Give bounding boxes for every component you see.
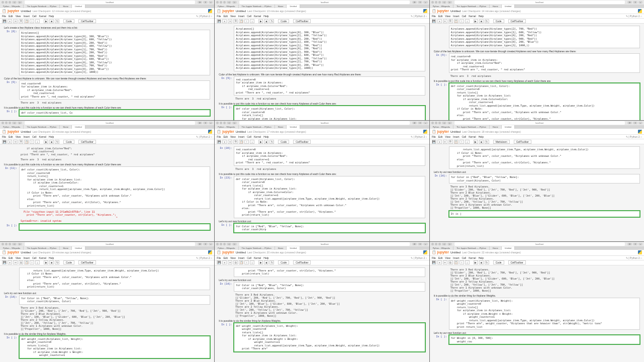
celltype-select[interactable]: Code: [63, 19, 74, 23]
jupyter-logo: 📋 jupyter: [2, 9, 19, 13]
code-cell[interactable]: red_counter=0 for airplane_item in Airpl…: [19, 80, 210, 100]
run-button[interactable]: ▶: [44, 19, 48, 23]
pane-9: ◁▷localhost⟳⇪+ Python – WikipediaThe Jup…: [430, 242, 644, 362]
move-down-button[interactable]: ↓: [35, 19, 40, 23]
pane-7: ◁▷localhost⟳⇪+ Python – WikipediaThe Jup…: [0, 242, 214, 362]
pane-6: ◁▷localhost⟳⇪+ Python – WikipediaThe Jup…: [430, 121, 644, 241]
add-cell-button[interactable]: +: [8, 19, 12, 23]
jupyter-header: 📋 jupyter Untitled Last Checkpoint: 12 m…: [0, 8, 214, 14]
pane-5: ◁▷localhost⟳⇪+ Python – WikipediaThe Jup…: [215, 121, 429, 241]
menu-kernel[interactable]: Kernel: [39, 15, 46, 18]
restart-button[interactable]: ↻: [55, 19, 59, 23]
in-prompt: In [8]:: [4, 30, 19, 75]
checkpoint-text: Last Checkpoint: 12 minutes ago (unsaved…: [33, 10, 91, 13]
tab-nb[interactable]: Untitled: [72, 5, 85, 8]
browser-tabs: Python – Wikipedia The Jupyter Notebook …: [0, 5, 214, 8]
markdown-cell: It is possible to put this code into a f…: [4, 106, 210, 110]
tab-wiki[interactable]: Python – Wikipedia: [0, 5, 24, 8]
menu-cell[interactable]: Cell: [32, 15, 37, 18]
paste-button[interactable]: 📋: [24, 19, 29, 23]
pane-1: ◁▷ localhost ⟳⇪+ Python – Wikipedia The …: [0, 0, 214, 120]
toolbar: 💾 + ✂ ⧉ 📋 ↑ ↓ ▶ ■ ↻ Code CellToolbar: [0, 19, 214, 24]
save-button[interactable]: 💾: [2, 19, 7, 23]
tab-docs[interactable]: The Jupyter Notebook — IPython: [24, 5, 60, 8]
menu-file[interactable]: File: [2, 15, 6, 18]
code-cell-active[interactable]: def color_count(Airplanes_list, Co: [19, 110, 210, 116]
pane-8: ◁▷localhost⟳⇪+ Python – WikipediaThe Jup…: [215, 242, 429, 362]
code-cell[interactable]: Airplanes=[] Airplanes.append(Airplane(A…: [19, 30, 210, 75]
output-text: There are 3 red airplanes: [19, 101, 63, 105]
markdown-cell: Color of the last Airplane is unknown. W…: [4, 76, 210, 80]
notebook-title[interactable]: Untitled: [21, 10, 31, 13]
move-up-button[interactable]: ↑: [30, 19, 34, 23]
kernel-indicator: ✎ | Python 2 ○: [196, 15, 212, 18]
stop-button[interactable]: ■: [49, 19, 54, 23]
markdown-cell: Let's create a few Airplane class instan…: [4, 26, 210, 30]
python-logo-icon: [208, 9, 212, 13]
address-bar[interactable]: localhost: [25, 1, 195, 4]
menubar: File Edit View Insert Cell Kernel Help ✎…: [0, 14, 214, 19]
notebook-area[interactable]: Let's create a few Airplane class instan…: [0, 24, 214, 120]
nav-fwd[interactable]: ▷: [18, 1, 22, 4]
error-output: File "<ipython-input-11-2f1a0b2c8756>", …: [19, 210, 119, 223]
menu-view[interactable]: View: [16, 15, 21, 18]
menu-insert[interactable]: Insert: [23, 15, 30, 18]
pane-3: ◁▷localhost⟳⇪+ Python – WikipediaThe Jup…: [430, 0, 644, 120]
os-chrome: ◁▷ localhost ⟳⇪+: [0, 0, 214, 5]
tab-home[interactable]: Home: [60, 5, 72, 8]
menu-help[interactable]: Help: [49, 15, 54, 18]
menu-edit[interactable]: Edit: [9, 15, 13, 18]
pane-2: ◁▷localhost⟳⇪+ Python – WikipediaThe Jup…: [215, 0, 429, 120]
copy-button[interactable]: ⧉: [19, 19, 23, 23]
nav-back[interactable]: ◁: [12, 1, 17, 4]
cut-button[interactable]: ✂: [13, 19, 18, 23]
pane-4: ◁▷localhost⟳⇪+ Python – WikipediaThe Jup…: [0, 121, 214, 241]
celltoolbar-select[interactable]: CellToolbar: [78, 19, 96, 23]
